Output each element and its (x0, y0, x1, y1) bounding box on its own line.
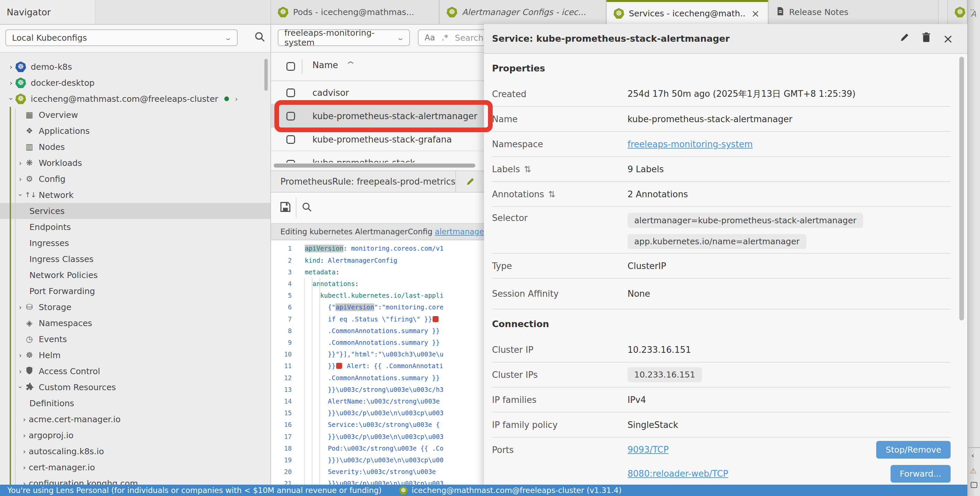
detail-scrollbar[interactable] (959, 57, 964, 320)
table-row[interactable]: kube-prometheus-stack-grafana (271, 128, 484, 151)
sidebar-item-docker-desktop[interactable]: ›☸docker-desktop (0, 75, 270, 91)
sidebar-item-icecheng-mathmast-com-freeleaps-cluster[interactable]: ›☸icecheng@mathmast.com@freeleaps-cluste… (0, 91, 270, 107)
code-token: }}\u003c/p\u003e\n\u003cp\u003 (305, 433, 444, 440)
service-table-rows: cadvisorkube-prometheus-stack-alertmanag… (271, 81, 484, 162)
sidebar-item-config[interactable]: ›⚙Config (0, 171, 270, 187)
row-checkbox[interactable] (286, 112, 295, 121)
row-checkbox[interactable] (286, 160, 295, 162)
close-icon[interactable]: × (943, 32, 953, 45)
chevron-collapsed-icon[interactable]: › (20, 463, 29, 472)
code-line: metadata: (305, 266, 484, 278)
row-checkbox[interactable] (286, 89, 295, 97)
table-row[interactable]: cadvisor (271, 81, 484, 105)
sidebar-item-argoproj-io[interactable]: ›argoproj.io (0, 427, 270, 443)
sidebar-item-helm[interactable]: ›☸Helm (0, 347, 270, 363)
sidebar-item-custom-resources[interactable]: ›Custom Resources (0, 379, 270, 395)
label-text: Annotations (492, 189, 544, 199)
sidebar-item-workloads[interactable]: ›❋Workloads (0, 155, 270, 171)
sidebar-item-label: cert-manager.io (29, 463, 95, 472)
sidebar-scrollbar[interactable] (264, 59, 268, 91)
regex-icon[interactable]: .* (442, 33, 448, 42)
tab-release-notes[interactable]: Release Notes (768, 0, 939, 24)
tab-alertmanager-configs-icec[interactable]: ☸Alertmanager Configs - icec... (439, 0, 606, 24)
kubeconfig-select[interactable]: Local Kubeconfigs ⌄ (5, 29, 238, 46)
select-all-checkbox[interactable] (286, 62, 295, 71)
search-input[interactable]: Aa .* Search (418, 29, 484, 46)
chevron-collapsed-icon[interactable]: › (7, 79, 15, 87)
chevron-collapsed-icon[interactable]: › (16, 303, 25, 312)
detail-row-label: Ports (492, 437, 627, 455)
chevron-collapsed-icon[interactable]: › (20, 415, 29, 424)
sidebar-item-network-policies[interactable]: Network Policies (0, 267, 270, 283)
tab-pods-icecheng-mathmas[interactable]: ☸Pods - icecheng@mathmas... (270, 0, 439, 24)
sidebar-item-autoscaling-k8s-io[interactable]: ›autoscaling.k8s.io (0, 443, 270, 459)
namespace-select[interactable]: freeleaps-monitoring-system ⌄ (278, 29, 410, 46)
chevron-collapsed-icon[interactable]: › (7, 63, 15, 71)
chevron-collapsed-icon[interactable]: › (16, 175, 25, 183)
chevron-collapsed-icon[interactable]: › (20, 447, 29, 456)
sidebar-item-overview[interactable]: ▦Overview (0, 107, 270, 123)
chevron-collapsed-icon[interactable]: › (20, 431, 29, 440)
chevron-collapsed-icon[interactable]: › (16, 367, 25, 375)
forward--button[interactable]: Forward... (891, 465, 951, 483)
chevron-collapsed-icon[interactable]: › (16, 159, 25, 167)
name-column-header[interactable]: Name (312, 60, 338, 70)
search-icon[interactable] (255, 31, 265, 45)
sidebar-item-storage[interactable]: ›⛁Storage (0, 299, 270, 315)
overview-icon: ▦ (25, 111, 34, 119)
chevron-collapsed-icon[interactable]: › (16, 351, 25, 359)
port-link[interactable]: 8080:reloader-web/TCP (627, 469, 728, 479)
sidebar-item-access-control[interactable]: ›Access Control (0, 363, 270, 379)
sidebar-item-port-forwarding[interactable]: Port Forwarding (0, 283, 270, 299)
sidebar-item-services[interactable]: Services (0, 203, 270, 219)
row-checkbox[interactable] (286, 135, 295, 144)
port-link[interactable]: 9093/TCP (627, 445, 668, 455)
sidebar-item-events[interactable]: ◷Events (0, 331, 270, 347)
sidebar-item-ingresses[interactable]: Ingresses (0, 235, 270, 251)
tab-services-icecheng-math[interactable]: ☸Services - icecheng@math...× (606, 0, 768, 25)
sidebar-item-namespaces[interactable]: ◈Namespaces (0, 315, 270, 331)
table-row[interactable]: kube-prometheus-stack-alertmanager (271, 105, 484, 128)
chevron-left-icon[interactable]: ‹ (971, 451, 974, 459)
kubernetes-cluster-icon: ☸ (15, 94, 26, 104)
chevron-expanded-icon[interactable]: › (7, 94, 15, 103)
tab-label: Alertmanager Configs - icec... (462, 7, 599, 17)
detail-row-annotations: Annotations⇅2 Annotations (492, 182, 951, 207)
detail-row-value: 9 Labels (627, 164, 664, 174)
service-name: kube-prometheus-stack-grafana (312, 128, 452, 151)
editor-search-icon[interactable] (302, 202, 312, 215)
label-text: Cluster IP (492, 345, 533, 355)
sidebar-item-endpoints[interactable]: Endpoints (0, 219, 270, 235)
sidebar-item-nodes[interactable]: ▥Nodes (0, 139, 270, 155)
sidebar-item-ingress-classes[interactable]: Ingress Classes (0, 251, 270, 267)
horizontal-scrollbar[interactable] (274, 164, 475, 168)
tab-partial[interactable]: ☸ (947, 0, 967, 24)
tab-close-icon[interactable]: × (750, 8, 761, 19)
edit-pencil-icon[interactable] (465, 176, 475, 189)
line-number: 3 (271, 266, 292, 278)
edit-pencil-icon[interactable] (899, 32, 910, 45)
code-line: }}\u003c/p\u003e\n\u003cp\u003 (305, 407, 484, 419)
label-text: Name (492, 114, 518, 124)
chevron-right-icon[interactable]: › (235, 95, 238, 103)
sidebar-item-acme-cert-manager-io[interactable]: ›acme.cert-manager.io (0, 411, 270, 427)
sort-updown-icon[interactable]: ⇅ (548, 189, 555, 199)
sidebar-item-cert-manager-io[interactable]: ›cert-manager.io (0, 459, 270, 475)
namespace-link[interactable]: freeleaps-monitoring-system (627, 139, 753, 149)
sort-asc-icon[interactable]: ^ (347, 60, 355, 68)
stop-remove-button[interactable]: Stop/Remove (876, 441, 951, 459)
delete-trash-icon[interactable] (921, 32, 931, 45)
sidebar-item-network[interactable]: ›↑↓Network (0, 187, 270, 203)
table-row[interactable]: kube-prometheus-stack- (271, 151, 484, 162)
sidebar-item-label: Services (29, 206, 64, 216)
chevron-expanded-icon[interactable]: › (16, 191, 25, 199)
yaml-editor[interactable]: 123456789101112131415161718192021 apiVer… (271, 240, 484, 496)
sort-updown-icon[interactable]: ⇅ (524, 164, 531, 174)
editing-resource-link[interactable]: alertmanager (435, 227, 484, 236)
save-icon[interactable] (280, 201, 291, 215)
sidebar-item-applications[interactable]: ❖Applications (0, 123, 270, 139)
sidebar-item-definitions[interactable]: Definitions (0, 395, 270, 411)
sidebar-item-demo-k8s[interactable]: ›☸demo-k8s (0, 59, 270, 75)
match-case-icon[interactable]: Aa (425, 33, 435, 42)
chevron-expanded-icon[interactable]: › (16, 383, 25, 391)
